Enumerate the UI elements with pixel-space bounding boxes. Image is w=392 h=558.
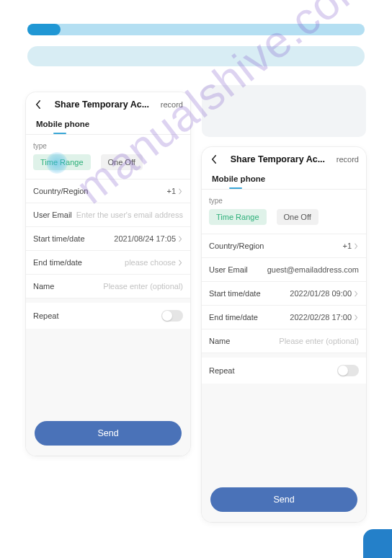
- back-icon[interactable]: [33, 99, 43, 110]
- chevron-right-icon: [177, 188, 183, 194]
- send-button[interactable]: Send: [210, 487, 357, 512]
- chevron-right-icon: [353, 314, 359, 320]
- header: Share Temporary Ac... record: [202, 147, 366, 169]
- type-row: Time Range One Off: [202, 209, 366, 234]
- spacer: [26, 329, 190, 414]
- chip-one-off[interactable]: One Off: [277, 209, 318, 225]
- page-title: Share Temporary Ac...: [43, 99, 161, 110]
- placeholder-card: [202, 85, 366, 137]
- country-row[interactable]: Country/Region +1: [26, 180, 190, 203]
- country-value: +1: [166, 187, 183, 195]
- form: type Time Range One Off Country/Region +…: [26, 134, 190, 456]
- name-placeholder: Please enter (optional): [103, 282, 183, 291]
- type-label: type: [202, 190, 366, 209]
- end-time-row[interactable]: End time/date please choose: [26, 251, 190, 275]
- chip-time-range[interactable]: Time Range: [33, 154, 91, 170]
- name-label: Name: [209, 337, 230, 345]
- tab-mobile-phone[interactable]: Mobile phone: [202, 169, 366, 183]
- repeat-toggle[interactable]: [161, 310, 183, 322]
- start-time-row[interactable]: Start time/date 2022/01/28 09:00: [202, 282, 366, 306]
- end-time-placeholder: please choose: [125, 258, 183, 267]
- form: type Time Range One Off Country/Region +…: [202, 189, 366, 522]
- start-time-row[interactable]: Start time/date 2021/08/24 17:05: [26, 227, 190, 251]
- phone-left: Share Temporary Ac... record Mobile phon…: [26, 92, 190, 456]
- chevron-right-icon: [353, 243, 359, 249]
- corner-decoration: [363, 529, 392, 558]
- start-time-value: 2022/01/28 09:00: [290, 289, 359, 298]
- country-label: Country/Region: [33, 187, 88, 195]
- country-label: Country/Region: [209, 242, 264, 250]
- email-value: guest@emailaddress.com: [267, 265, 359, 274]
- country-value-text: +1: [166, 187, 176, 195]
- start-time-text: 2021/08/24 17:05: [114, 234, 176, 243]
- page-title: Share Temporary Ac...: [219, 154, 337, 164]
- repeat-row: Repeat: [26, 303, 190, 329]
- repeat-row: Repeat: [202, 358, 366, 384]
- header: Share Temporary Ac... record: [26, 92, 190, 114]
- record-link[interactable]: record: [337, 155, 359, 164]
- end-time-value: 2022/02/28 17:00: [290, 313, 359, 322]
- spacer: [202, 384, 366, 480]
- end-time-text: 2022/02/28 17:00: [290, 313, 352, 322]
- send-button[interactable]: Send: [35, 421, 182, 446]
- end-time-label: End time/date: [33, 258, 82, 267]
- back-icon[interactable]: [209, 154, 219, 164]
- chevron-right-icon: [353, 291, 359, 296]
- end-time-text: please choose: [125, 258, 176, 267]
- email-row[interactable]: User Email Enter the user's email addres…: [26, 203, 190, 227]
- progress-fill: [27, 24, 61, 35]
- name-placeholder: Please enter (optional): [279, 337, 359, 345]
- phone-right: Share Temporary Ac... record Mobile phon…: [202, 147, 366, 522]
- email-label: User Email: [209, 265, 248, 274]
- record-link[interactable]: record: [161, 100, 183, 109]
- email-label: User Email: [33, 211, 72, 219]
- repeat-label: Repeat: [33, 311, 58, 320]
- sub-bar: [27, 46, 365, 66]
- chevron-right-icon: [177, 236, 183, 242]
- progress-bar: [27, 24, 365, 35]
- start-time-label: Start time/date: [209, 289, 261, 298]
- start-time-label: Start time/date: [33, 234, 85, 243]
- country-value: +1: [342, 242, 359, 250]
- start-time-text: 2022/01/28 09:00: [290, 289, 352, 298]
- repeat-label: Repeat: [209, 366, 234, 375]
- type-label: type: [26, 135, 190, 154]
- chip-time-range[interactable]: Time Range: [209, 209, 267, 225]
- end-time-row[interactable]: End time/date 2022/02/28 17:00: [202, 306, 366, 329]
- type-row: Time Range One Off: [26, 154, 190, 180]
- chevron-right-icon: [177, 260, 183, 265]
- country-value-text: +1: [342, 242, 352, 250]
- name-label: Name: [33, 282, 54, 291]
- end-time-label: End time/date: [209, 313, 258, 322]
- name-row[interactable]: Name Please enter (optional): [26, 275, 190, 298]
- email-row[interactable]: User Email guest@emailaddress.com: [202, 258, 366, 282]
- country-row[interactable]: Country/Region +1: [202, 234, 366, 258]
- repeat-toggle[interactable]: [337, 365, 359, 376]
- tab-mobile-phone[interactable]: Mobile phone: [26, 114, 190, 128]
- name-row[interactable]: Name Please enter (optional): [202, 329, 366, 353]
- chip-one-off[interactable]: One Off: [101, 154, 143, 170]
- start-time-value: 2021/08/24 17:05: [114, 234, 183, 243]
- email-placeholder: Enter the user's email address: [76, 211, 183, 219]
